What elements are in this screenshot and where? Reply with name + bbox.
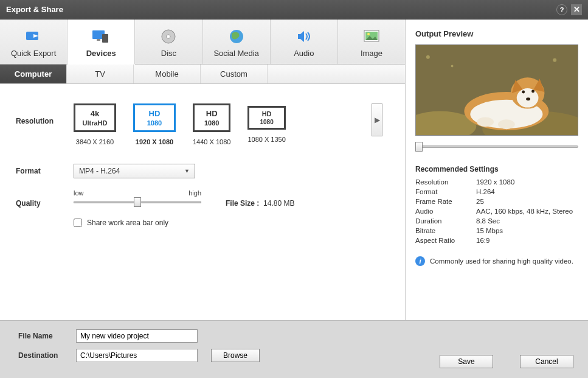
format-select[interactable]: MP4 - H.264 (74, 164, 195, 178)
tab-social-media[interactable]: Social Media (203, 19, 271, 64)
subtab-mobile[interactable]: Mobile (134, 65, 201, 83)
tab-quick-export[interactable]: Quick Export (0, 19, 67, 64)
svg-point-23 (477, 117, 494, 127)
preview-slider[interactable] (415, 142, 578, 152)
browse-button[interactable]: Browse (211, 349, 260, 362)
quality-label: Quality (16, 199, 74, 208)
help-button[interactable]: ? (556, 4, 567, 15)
audio-icon (271, 28, 337, 45)
info-icon: i (415, 256, 425, 266)
image-icon (338, 28, 405, 45)
tab-audio[interactable]: Audio (271, 19, 338, 64)
subtab-computer[interactable]: Computer (0, 65, 67, 83)
svg-point-9 (367, 33, 370, 35)
subtab-tv[interactable]: TV (67, 65, 134, 83)
bottom-bar: File Name Destination Browse Save Cancel (0, 320, 588, 378)
quality-high-label: high (189, 189, 201, 197)
resolution-card-1440[interactable]: HD1080 1440 X 1080 (193, 103, 230, 145)
preview-title: Output Preview (415, 29, 578, 38)
svg-point-14 (451, 65, 454, 68)
sub-tabs: Computer TV Mobile Custom (0, 65, 405, 84)
resolution-cards: 4kUltraHD 3840 X 2160 HD1080 1920 X 1080… (74, 103, 372, 145)
svg-point-15 (553, 58, 556, 62)
svg-point-13 (426, 55, 430, 59)
tip-text: Commonly used for sharing high quality v… (430, 257, 573, 265)
quick-export-icon (0, 28, 67, 45)
format-label: Format (16, 167, 74, 175)
resolution-card-1920[interactable]: HD1080 1920 X 1080 (133, 103, 176, 145)
svg-point-20 (522, 90, 525, 93)
quality-low-label: low (74, 189, 84, 197)
filename-input[interactable] (76, 329, 198, 343)
devices-icon (67, 28, 134, 45)
tab-label: Disc (135, 49, 202, 58)
tab-label: Audio (271, 49, 337, 58)
tab-disc[interactable]: Disc (135, 19, 202, 64)
subtab-custom[interactable]: Custom (201, 65, 268, 83)
preview-image (415, 44, 578, 136)
tab-label: Social Media (203, 49, 270, 58)
recommended-title: Recommended Settings (415, 165, 578, 173)
svg-rect-3 (102, 34, 108, 43)
svg-point-21 (531, 90, 534, 93)
cancel-button[interactable]: Cancel (520, 355, 573, 368)
quality-slider[interactable] (74, 197, 201, 208)
main-tabs: Quick Export Devices Disc (0, 19, 405, 65)
svg-point-24 (498, 119, 515, 129)
share-workarea-label: Share work area bar only (87, 219, 168, 227)
disc-icon (135, 28, 202, 45)
globe-icon (203, 28, 270, 45)
preview-panel: Output Preview (406, 19, 588, 320)
tab-label: Devices (67, 49, 134, 58)
svg-rect-2 (97, 39, 100, 41)
destination-label: Destination (18, 351, 76, 360)
tab-devices[interactable]: Devices (67, 19, 135, 65)
filesize-readout: File Size : 14.80 MB (226, 199, 294, 208)
svg-point-5 (167, 35, 170, 38)
recommended-settings: Recommended Settings Resolution1920 x 10… (415, 165, 578, 245)
format-value: MP4 - H.264 (79, 167, 120, 175)
destination-input[interactable] (76, 349, 198, 362)
resolution-label: Resolution (16, 117, 74, 125)
settings-panel: Resolution 4kUltraHD 3840 X 2160 HD1080 … (0, 84, 405, 320)
tip-row: i Commonly used for sharing high quality… (415, 256, 578, 266)
tab-label: Quick Export (0, 49, 67, 58)
filename-label: File Name (18, 332, 76, 340)
tab-image[interactable]: Image (338, 19, 405, 64)
close-button[interactable]: ✕ (571, 4, 582, 15)
resolution-card-4k[interactable]: 4kUltraHD 3840 X 2160 (74, 103, 116, 145)
resolution-card-1080[interactable]: HD1080 1080 X 1350 (247, 106, 285, 143)
tab-label: Image (338, 49, 405, 58)
svg-point-22 (526, 97, 530, 100)
window-title: Export & Share (6, 5, 553, 14)
save-button[interactable]: Save (440, 355, 493, 368)
share-workarea-checkbox[interactable] (74, 219, 82, 227)
titlebar: Export & Share ? ✕ (0, 0, 588, 19)
resolution-next-button[interactable]: ▶ (372, 103, 382, 136)
